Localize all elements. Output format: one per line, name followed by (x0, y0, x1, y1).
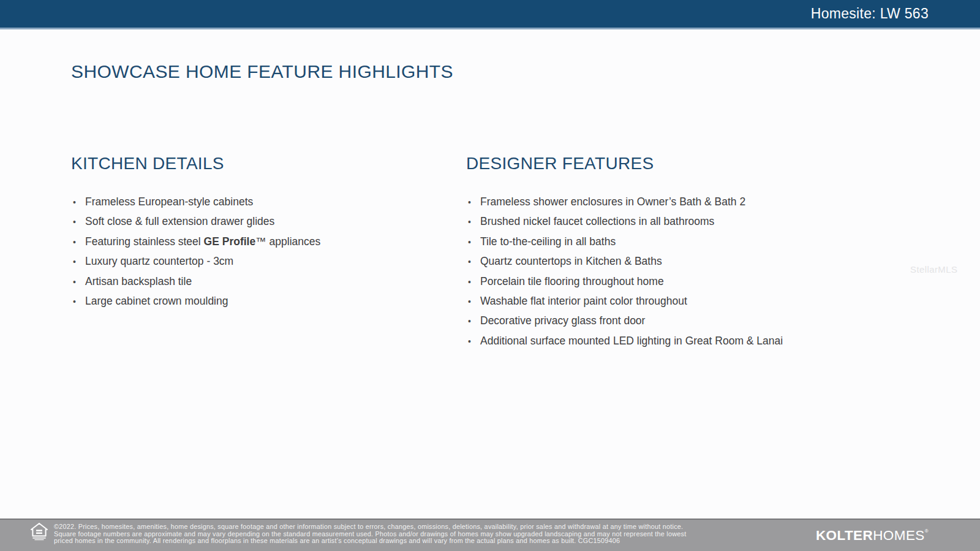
designer-features-heading: DESIGNER FEATURES (466, 154, 907, 173)
text-segment: Featuring stainless steel (85, 235, 204, 248)
list-item: • Frameless European-style cabinets (71, 196, 451, 215)
bullet-icon: • (466, 297, 480, 306)
bullet-icon: • (466, 316, 480, 326)
bullet-icon: • (466, 197, 480, 207)
homesite-label: Homesite: LW 563 (811, 6, 980, 22)
kitchen-details-heading: KITCHEN DETAILS (71, 154, 451, 173)
kolter-homes-logo: KOLTERHOMES® (816, 528, 929, 544)
brand-text-segment: GE Profile (204, 235, 256, 248)
list-item-text: Washable flat interior paint color throu… (480, 295, 687, 308)
list-item-text: Decorative privacy glass front door (480, 314, 645, 327)
registered-mark: ® (925, 528, 929, 534)
list-item-text: Additional surface mounted LED lighting … (480, 335, 783, 348)
list-item: • Additional surface mounted LED lightin… (466, 335, 907, 354)
bullet-icon: • (466, 237, 480, 247)
bullet-icon: • (466, 277, 480, 287)
disclaimer-line: priced homes in the community. All rende… (54, 538, 686, 545)
bullet-icon: • (71, 277, 85, 287)
list-item-text: Brushed nickel faucet collections in all… (480, 215, 714, 228)
list-item: • Frameless shower enclosures in Owner’s… (466, 196, 907, 215)
equal-housing-icon (31, 523, 48, 544)
list-item-text: Frameless European-style cabinets (85, 196, 253, 208)
disclaimer-line: ©2022. Prices, homesites, amenities, hom… (54, 523, 686, 531)
list-item-text: Tile to-the-ceiling in all baths (480, 235, 616, 248)
list-item: • Tile to-the-ceiling in all baths (466, 235, 907, 255)
stellar-mls-watermark: StellarMLS (910, 264, 957, 275)
list-item-text: Luxury quartz countertop - 3cm (85, 255, 233, 268)
list-item: • Soft close & full extension drawer gli… (71, 215, 451, 235)
list-item-text: Soft close & full extension drawer glide… (85, 215, 274, 228)
page-title: SHOWCASE HOME FEATURE HIGHLIGHTS (71, 61, 453, 82)
list-item: • Large cabinet crown moulding (71, 295, 451, 314)
bullet-icon: • (466, 217, 480, 227)
kitchen-details-section: KITCHEN DETAILS • Frameless European-sty… (71, 154, 451, 314)
showcase-slide: Homesite: LW 563 SHOWCASE HOME FEATURE H… (0, 0, 980, 551)
text-segment: ™ appliances (255, 235, 320, 248)
list-item: • Porcelain tile flooring throughout hom… (466, 275, 907, 295)
designer-features-section: DESIGNER FEATURES • Frameless shower enc… (466, 154, 907, 354)
bullet-icon: • (71, 297, 85, 306)
list-item-text: Porcelain tile flooring throughout home (480, 275, 664, 288)
bullet-icon: • (71, 217, 85, 227)
bullet-icon: • (71, 237, 85, 247)
list-item-text: Artisan backsplash tile (85, 275, 192, 288)
list-item-text: Featuring stainless steel GE Profile™ ap… (85, 235, 320, 248)
list-item: • Washable flat interior paint color thr… (466, 295, 907, 314)
logo-text-bold: KOLTER (816, 528, 873, 543)
list-item: • Brushed nickel faucet collections in a… (466, 215, 907, 235)
footer-bar: ©2022. Prices, homesites, amenities, hom… (0, 519, 980, 551)
logo-text-light: HOMES (873, 528, 925, 543)
list-item: • Artisan backsplash tile (71, 275, 451, 295)
list-item: • Featuring stainless steel GE Profile™ … (71, 235, 451, 255)
list-item: • Luxury quartz countertop - 3cm (71, 255, 451, 275)
bullet-icon: • (71, 197, 85, 207)
bullet-icon: • (466, 336, 480, 346)
disclaimer-text: ©2022. Prices, homesites, amenities, hom… (54, 523, 686, 545)
list-item: • Quartz countertops in Kitchen & Baths (466, 255, 907, 275)
header-bar: Homesite: LW 563 (0, 0, 980, 29)
list-item-text: Quartz countertops in Kitchen & Baths (480, 255, 662, 268)
list-item-text: Large cabinet crown moulding (85, 295, 228, 308)
designer-features-list: • Frameless shower enclosures in Owner’s… (466, 196, 907, 354)
bullet-icon: • (71, 257, 85, 267)
kitchen-details-list: • Frameless European-style cabinets • So… (71, 196, 451, 314)
list-item: • Decorative privacy glass front door (466, 314, 907, 334)
list-item-text: Frameless shower enclosures in Owner’s B… (480, 196, 745, 208)
bullet-icon: • (466, 257, 480, 267)
